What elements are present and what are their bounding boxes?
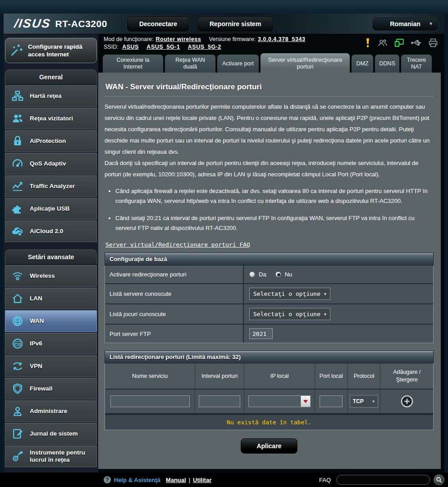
local-ip-input[interactable] [248, 395, 301, 407]
page-content: WAN - Server virtual/Redirecţionare port… [98, 73, 441, 469]
port-forward-table: Nume serviciu Interval porturi IP local … [105, 363, 434, 430]
sidebar-item-label: VPN [30, 363, 42, 370]
devices-icon[interactable] [394, 38, 405, 49]
sidebar-item-aicloud[interactable]: AiCloud 2.0 [5, 221, 97, 242]
help-question-icon[interactable]: ? [104, 476, 111, 483]
clients-icon[interactable] [377, 38, 388, 49]
shield-icon [7, 382, 28, 395]
sidebar-item-administration[interactable]: Administrare [5, 400, 97, 422]
tab-virtual-server[interactable]: Server virtual/Redirecţionare porturi [261, 53, 350, 73]
sidebar-item-usb-application[interactable]: Aplicaţie USB [5, 198, 97, 220]
firmware-link[interactable]: 3.0.0.4.378_5343 [258, 36, 305, 42]
ssid-link-2[interactable]: ASUS_5G-1 [146, 44, 180, 50]
row-label: Activare redirecţionare porturi [105, 266, 243, 283]
basic-config-table: Activare redirecţionare porturi Da Nu Li… [105, 266, 434, 343]
service-name-input[interactable] [110, 395, 190, 407]
sidebar-item-traffic-analyzer[interactable]: Traffic Analyzer [5, 175, 97, 197]
tab-dmz[interactable]: DMZ [352, 55, 373, 73]
firmware-label: Versiune firmware: [209, 36, 256, 42]
note-item-2: Când setaţi 20:21 ca interval de porturi… [115, 213, 434, 233]
vpn-arrows-icon [7, 360, 28, 372]
sidebar-item-qos[interactable]: QoS Adaptiv [5, 153, 97, 175]
row-label: Listă jocuri cunoscute [105, 304, 243, 324]
system-log-icon [7, 427, 28, 440]
add-rule-button[interactable] [400, 394, 414, 409]
ssid-label: SSID: [104, 44, 119, 50]
logout-button[interactable]: Deconectare [127, 16, 189, 32]
port-forward-header: Listă redirecţionare porturi (Limită max… [105, 350, 434, 363]
basic-config-header: Configuraţie de bază [105, 253, 434, 266]
traffic-chart-icon [7, 180, 28, 193]
sidebar-item-system-log[interactable]: Jurnal de sistem [5, 423, 97, 445]
sidebar-item-ipv6[interactable]: IPv6 IPv6 [5, 333, 97, 354]
faq-search-input[interactable] [336, 475, 430, 485]
sidebar-item-network-map[interactable]: Hartă reţea [5, 85, 97, 107]
nav-group-general: General Hartă reţea [5, 69, 97, 242]
cloud-home-icon [7, 225, 28, 238]
sidebar-item-label: Traffic Analyzer [30, 183, 75, 190]
tab-dual-wan[interactable]: Reţea WAN duală [165, 55, 215, 73]
chevron-down-icon: ▼ [324, 312, 326, 317]
local-port-input[interactable] [320, 395, 343, 407]
chevron-down-icon: ▼ [372, 400, 375, 404]
language-select[interactable]: Romanian ▼ [372, 17, 438, 31]
local-ip-combo [248, 395, 311, 407]
language-value: Romanian [390, 20, 421, 28]
chevron-down-icon: ▼ [324, 292, 326, 296]
usb-icon[interactable] [411, 39, 422, 48]
reboot-button[interactable]: Repornire sistem [197, 16, 273, 32]
manual-link[interactable]: Manual [166, 477, 186, 483]
tab-port-trigger[interactable]: Activare port [217, 55, 259, 73]
sidebar-item-label: Aplicaţie USB [30, 205, 70, 212]
form-row-famous-games: Listă jocuri cunoscute Selectaţi o opţiu… [105, 304, 433, 324]
ftp-port-input[interactable] [249, 328, 273, 339]
port-range-input[interactable] [199, 395, 240, 407]
col-port-range: Interval porturi [195, 363, 244, 389]
sidebar-item-label: Administrare [30, 408, 67, 415]
ssid-link-3[interactable]: ASUS_5G-2 [188, 44, 221, 50]
tab-internet-connection[interactable]: Conexiune la Internet [103, 55, 163, 73]
footer-separator: | [189, 477, 190, 483]
search-icon[interactable] [434, 474, 444, 485]
note-item-1: Când aplicaţia firewall a reţelei este d… [115, 186, 434, 206]
nav-group-advanced: Setări avansate Wireless [5, 249, 97, 467]
sidebar-item-guest-network[interactable]: Reţea vizitatori [5, 108, 97, 129]
titlebar: /ISUS RT-AC3200 Deconectare Repornire si… [4, 14, 444, 34]
tab-ddns[interactable]: DDNS [375, 55, 399, 73]
sidebar-item-vpn[interactable]: VPN [5, 355, 97, 377]
ip-dropdown-button[interactable] [301, 395, 311, 407]
status-icons [364, 38, 438, 49]
red-arrow-icon [303, 400, 308, 403]
puzzle-icon [7, 202, 28, 215]
guests-icon [7, 112, 28, 125]
network-map-icon [7, 90, 28, 102]
sidebar-item-lan[interactable]: LAN [5, 288, 97, 309]
famous-games-select[interactable]: Selectaţi o opţiune ▼ [249, 308, 330, 320]
mode-link[interactable]: Router wireless [156, 36, 201, 42]
protocol-value: TCP [353, 398, 364, 404]
sidebar-item-label: Jurnal de sistem [30, 430, 78, 437]
tab-nat-passthrough[interactable]: Trecere NAT [401, 55, 432, 73]
footer: ? Help & Asistenţă Manual | Utilitar FAQ [0, 473, 448, 487]
row-label: Listă servere cunoscute [105, 284, 243, 303]
famous-servers-select[interactable]: Selectaţi o opţiune ▼ [249, 288, 330, 300]
faq-link[interactable]: Server virtual/Redirecţionare porturi FA… [105, 241, 250, 248]
col-protocol: Protocol [348, 363, 381, 389]
selected-option: Selectaţi o opţiune [253, 290, 320, 297]
sidebar-item-wireless[interactable]: Wireless [5, 265, 97, 287]
apply-button[interactable]: Aplicare [241, 438, 297, 454]
ssid-link-1[interactable]: ASUS [122, 44, 139, 50]
protocol-select[interactable]: TCP ▼ [350, 395, 379, 408]
notification-icon[interactable] [364, 38, 371, 49]
sidebar-item-network-tools[interactable]: Instrumente pentru lucrul în reţea [5, 446, 97, 467]
utility-link[interactable]: Utilitar [193, 477, 211, 483]
radio-no[interactable] [275, 271, 281, 277]
sidebar-item-wan[interactable]: WAN [5, 310, 97, 332]
quick-setup-button[interactable]: Configurare rapidă acces Internet [5, 38, 97, 63]
sidebar-item-firewall[interactable]: Firewall [5, 378, 97, 400]
sidebar-item-label: Reţea vizitatori [30, 115, 73, 122]
radio-yes[interactable] [249, 271, 255, 277]
sidebar-item-aiprotection[interactable]: AiProtection [5, 130, 97, 152]
intro-paragraph-2: Dacă doriţi să specificaţi un interval d… [105, 157, 434, 180]
printer-icon[interactable] [428, 38, 438, 49]
